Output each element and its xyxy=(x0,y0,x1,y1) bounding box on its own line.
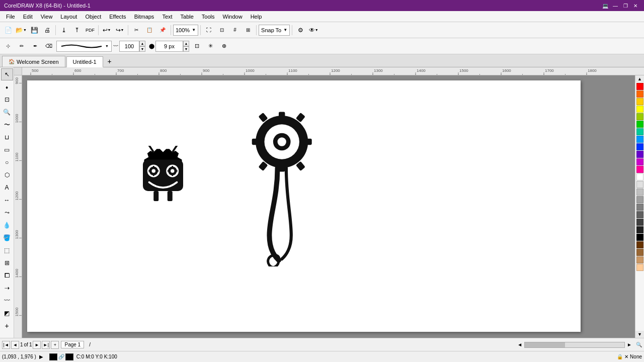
connector-tool[interactable]: ⤳ xyxy=(1,207,13,219)
color-swatch[interactable] xyxy=(636,234,643,241)
guidelines-btn[interactable]: ⊞ xyxy=(242,24,254,36)
menu-help[interactable]: Help xyxy=(247,13,266,21)
add-tab-button[interactable]: + xyxy=(104,56,115,67)
ellipse-tool[interactable]: ○ xyxy=(1,156,13,168)
eyedropper-tool[interactable]: 💧 xyxy=(1,219,13,231)
menu-view[interactable]: View xyxy=(37,13,57,21)
zoom-in-icon[interactable]: 🔍 xyxy=(636,342,642,347)
distort-tool[interactable]: 〰 xyxy=(1,295,13,307)
zoom-tool[interactable]: 🔍 xyxy=(1,106,13,118)
pdf-button[interactable]: PDF xyxy=(84,24,96,36)
smoothing-input[interactable]: 100 xyxy=(119,41,139,52)
first-page-btn[interactable]: |◄ xyxy=(2,341,10,349)
fill-indicator[interactable] xyxy=(49,353,57,360)
text-tool[interactable]: A xyxy=(1,182,13,194)
scroll-left-btn[interactable]: ◄ xyxy=(517,342,522,347)
line-style-selector[interactable]: ▼ xyxy=(56,41,112,52)
color-swatch[interactable] xyxy=(636,143,643,150)
drawing-canvas[interactable] xyxy=(27,80,581,332)
select-all-btn[interactable]: ⊹ xyxy=(2,40,14,52)
color-swatch[interactable] xyxy=(636,106,643,113)
page-name-tab[interactable]: Page 1 xyxy=(61,341,84,348)
last-page-btn[interactable]: ►| xyxy=(42,341,50,349)
color-swatch[interactable] xyxy=(636,128,643,135)
menu-window[interactable]: Window xyxy=(219,13,247,21)
menu-text[interactable]: Text xyxy=(158,13,176,21)
snap-dropdown[interactable]: Snap To ▼ xyxy=(259,25,290,36)
select-tool[interactable]: ↖ xyxy=(1,68,13,80)
redo-button[interactable]: ↪▼ xyxy=(114,24,126,36)
color-swatch[interactable] xyxy=(636,226,643,233)
shape-tool[interactable]: ⬧ xyxy=(1,81,13,93)
tab-welcome[interactable]: 🏠 Welcome Screen xyxy=(2,56,65,67)
copy-button[interactable]: 📋 xyxy=(143,24,155,36)
mesh-fill-tool[interactable]: ⊞ xyxy=(1,257,13,269)
smart-fill-tool[interactable]: ⧠ xyxy=(1,269,13,282)
color-swatch[interactable] xyxy=(636,264,643,271)
node-shape-btn[interactable]: ⊡ xyxy=(191,40,203,52)
next-page-btn[interactable]: ► xyxy=(33,341,41,349)
color-swatch[interactable] xyxy=(636,241,643,248)
h-scrollbar[interactable] xyxy=(524,342,625,348)
width-down[interactable]: ▼ xyxy=(183,46,189,52)
palette-down[interactable]: ▼ xyxy=(635,331,645,338)
new-button[interactable]: 📄 xyxy=(2,24,14,36)
pressure-btn[interactable]: ✒ xyxy=(29,40,41,52)
eraser-btn[interactable]: ⌫ xyxy=(43,40,55,52)
import-button[interactable]: ⤓ xyxy=(58,24,70,36)
dimension-tool[interactable]: ↔ xyxy=(1,194,13,206)
taskbar-icon[interactable]: 💻 xyxy=(601,2,610,10)
gear-stem-object[interactable] xyxy=(238,111,319,266)
color-swatch[interactable] xyxy=(636,166,643,173)
scroll-right-btn[interactable]: ► xyxy=(627,342,632,347)
rectangle-tool[interactable]: ▭ xyxy=(1,144,13,156)
color-swatch[interactable] xyxy=(636,204,643,211)
h-scrollbar-thumb[interactable] xyxy=(525,342,565,347)
robot-gear-object[interactable] xyxy=(125,146,201,221)
blend-tool[interactable]: ⇢ xyxy=(1,282,13,294)
paste-button[interactable]: 📌 xyxy=(156,24,169,36)
color-swatch[interactable] xyxy=(636,189,643,196)
color-swatch[interactable] xyxy=(636,121,643,128)
menu-edit[interactable]: Edit xyxy=(19,13,37,21)
freehand-tool[interactable]: 〜 xyxy=(1,119,13,131)
polygon-tool[interactable]: ⬡ xyxy=(1,169,13,181)
color-swatch[interactable] xyxy=(636,249,643,256)
undo-button[interactable]: ↩▼ xyxy=(101,24,113,36)
menu-bitmaps[interactable]: Bitmaps xyxy=(130,13,158,21)
color-swatch[interactable] xyxy=(636,219,643,226)
menu-layout[interactable]: Layout xyxy=(56,13,81,21)
full-screen-btn[interactable]: ⛶ xyxy=(203,24,215,36)
tab-untitled[interactable]: Untitled-1 xyxy=(66,56,103,67)
add-page-btn[interactable]: + xyxy=(51,341,59,349)
color-swatch[interactable] xyxy=(636,151,643,158)
open-dropdown[interactable]: 📂▼ xyxy=(15,24,27,36)
add-page-tool[interactable]: + xyxy=(1,320,13,332)
color-swatch[interactable] xyxy=(636,90,643,98)
menu-object[interactable]: Object xyxy=(81,13,105,21)
close-button[interactable]: ✕ xyxy=(631,2,640,10)
calligraphy-btn[interactable]: ✏ xyxy=(16,40,28,52)
width-up[interactable]: ▲ xyxy=(183,41,189,46)
menu-tools[interactable]: Tools xyxy=(198,13,219,21)
smoothing-up[interactable]: ▲ xyxy=(139,41,145,46)
menu-table[interactable]: Table xyxy=(177,13,198,21)
palette-up[interactable]: ▲ xyxy=(635,75,645,82)
interactive-fill-tool[interactable]: ⬚ xyxy=(1,244,13,256)
color-swatch[interactable] xyxy=(636,136,643,143)
color-swatch[interactable] xyxy=(636,211,643,218)
outline-indicator[interactable] xyxy=(65,353,73,360)
fill-tool[interactable]: 🪣 xyxy=(1,232,13,244)
view-page-btn[interactable]: ⊡ xyxy=(216,24,228,36)
grid-btn[interactable]: # xyxy=(229,24,241,36)
crop-tool[interactable]: ⊡ xyxy=(1,94,13,106)
color-swatch[interactable] xyxy=(636,196,643,203)
minimize-button[interactable]: — xyxy=(611,2,620,10)
restore-button[interactable]: ❐ xyxy=(621,2,630,10)
menu-file[interactable]: File xyxy=(2,13,19,21)
cut-button[interactable]: ✂ xyxy=(130,24,142,36)
settings-btn[interactable]: ⚙ xyxy=(294,24,306,36)
shadow-tool[interactable]: ◩ xyxy=(1,307,13,319)
color-swatch[interactable] xyxy=(636,83,643,90)
print-button[interactable]: 🖨 xyxy=(41,24,53,36)
